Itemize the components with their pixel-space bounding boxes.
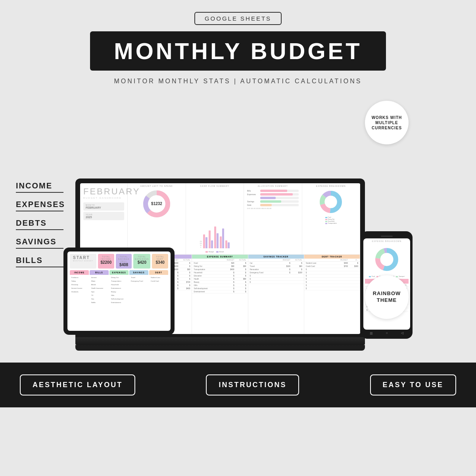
label-divider-expenses — [16, 211, 63, 211]
phone-home-bar: ||| ○ ◁ — [363, 330, 410, 336]
svg-text:$1232: $1232 — [151, 202, 162, 206]
label-savings: SAVINGS — [16, 237, 63, 249]
subtitle: MONITOR MONTHLY STATS | AUTOMATIC CALCUL… — [24, 78, 452, 85]
google-sheets-badge: GOOGLE SHEETS — [194, 12, 282, 25]
debt-tracker-header: DEBT TRACKER — [304, 255, 360, 259]
tablet-income-col: INCOME Freelance Salary Electricity Inte… — [70, 270, 89, 326]
main-title: MONTHLY BUDGET — [114, 38, 362, 64]
ss-left-panel: FEBRUARY BUDGET DASHBOARD MONTH FEBRUARY… — [80, 183, 128, 254]
dashboard-label: BUDGET DASHBOARD — [83, 197, 124, 199]
debt-tracker-col: DEBT TRACKER BUDGET A... Student Loan$40… — [304, 255, 360, 334]
expense-breakdown-chart: EXPENSE BREAKDOWN — [302, 183, 361, 254]
label-bills: BILLS — [16, 256, 63, 267]
tablet-screen: START MONTHLY BUDGET TOTAL INCOME $2200 … — [67, 251, 171, 331]
ss-charts-area: AMOUNT LEFT TO SPEND $1232 — [128, 183, 360, 254]
tablet-outer: START MONTHLY BUDGET TOTAL INCOME $2200 … — [63, 248, 175, 335]
label-divider-bills — [16, 267, 63, 267]
tablet-debt-col: DEBT Student Loan Credit Card — [149, 270, 168, 326]
rainbow-badge-text: RAINBOWTHEME — [373, 290, 401, 304]
tablet-device: START MONTHLY BUDGET TOTAL INCOME $2200 … — [63, 248, 175, 335]
allocation-title: ALLOCATION SUMMARY — [258, 185, 288, 187]
easy-to-use-badge: EASY TO USE — [370, 374, 456, 395]
main-title-box: MONTHLY BUDGET — [90, 31, 386, 71]
tablet-bills-col: BILLS Internet Water Mobile Health Insur… — [90, 270, 109, 326]
cash-flow-chart-title: CASH FLOW SUMMARY — [200, 185, 229, 187]
savings-tracker-header: SAVINGS TRACKER — [248, 255, 304, 259]
label-divider-debts — [16, 229, 63, 230]
month-label: FEBRUARY — [83, 186, 124, 197]
expense-summary-col: EXPENSE SUMMARY BUDGET ACTUAL Food$20$ D… — [192, 255, 248, 334]
left-labels: INCOME EXPENSES DEBTS SAVINGS BILLS — [12, 97, 67, 359]
label-income: INCOME — [16, 181, 63, 193]
amount-left-chart: AMOUNT LEFT TO SPEND $1232 — [128, 183, 186, 254]
expense-summary-header: EXPENSE SUMMARY — [192, 255, 248, 259]
amount-left-title: AMOUNT LEFT TO SPEND — [140, 185, 173, 187]
instructions-badge: INSTRUCTIONS — [206, 374, 299, 395]
expense-breakdown-title: EXPENSE BREAKDOWN — [316, 185, 346, 187]
top-section: GOOGLE SHEETS MONTHLY BUDGET MONITOR MON… — [0, 0, 476, 93]
label-divider-income — [16, 192, 63, 193]
label-expenses: EXPENSES — [16, 200, 63, 211]
devices-area: WORKS WITHMULTIPLECURRENCIES FEBRUARY BU… — [67, 97, 413, 359]
currency-badge-text: WORKS WITHMULTIPLECURRENCIES — [372, 115, 402, 131]
cash-flow-chart: CASH FLOW SUMMARY 150 100 50 0 — [186, 183, 244, 254]
label-divider-savings — [16, 248, 63, 249]
tablet-savings-col: SAVINGS Travel Emergency Fund — [129, 270, 148, 326]
allocation-chart: ALLOCATION SUMMARY Bills — [244, 183, 302, 254]
currency-badge: WORKS WITHMULTIPLECURRENCIES — [365, 101, 409, 144]
tablet-expenses-col: EXPENSES Dining Out Transportation House… — [109, 270, 129, 326]
bottom-section: AESTHETIC LAYOUT INSTRUCTIONS EASY TO US… — [0, 363, 476, 407]
label-debts: DEBTS — [16, 219, 63, 230]
aesthetic-layout-badge: AESTHETIC LAYOUT — [20, 374, 135, 395]
right-badges-area — [413, 97, 464, 359]
middle-section: INCOME EXPENSES DEBTS SAVINGS BILLS WORK… — [0, 93, 476, 363]
laptop-keyboard — [75, 345, 365, 351]
rainbow-badge: RAINBOWTHEME — [365, 275, 409, 319]
laptop-base — [75, 337, 365, 345]
savings-tracker-col: SAVINGS TRACKER BUDGET ACTUAL Car$$ Trav… — [248, 255, 304, 334]
